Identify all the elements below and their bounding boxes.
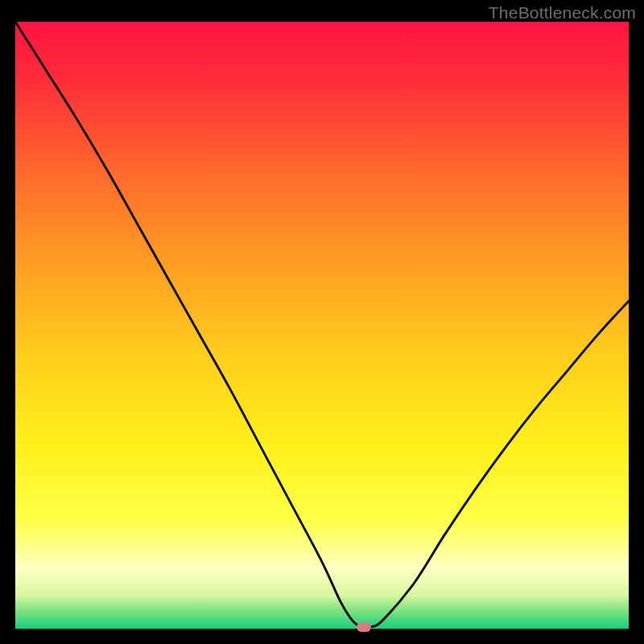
gradient-background [15,22,629,629]
chart-frame: TheBottleneck.com [0,0,644,644]
watermark-label: TheBottleneck.com [489,3,636,23]
optimal-point-marker [357,622,371,632]
plot-area [15,22,629,629]
bottleneck-chart [15,22,629,629]
